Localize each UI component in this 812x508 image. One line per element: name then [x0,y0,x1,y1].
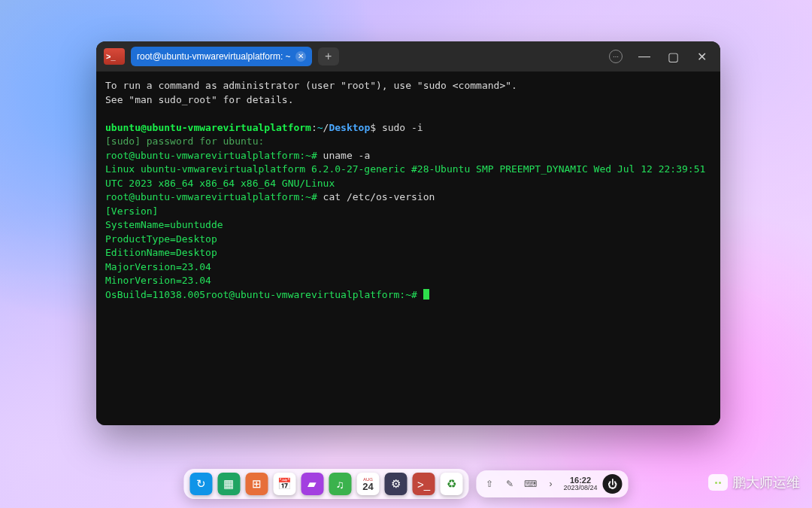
dock-item-terminal[interactable]: >_ [412,473,435,495]
tab-close-icon[interactable]: ✕ [295,51,306,62]
prompt-sym: $ [370,122,376,133]
tab-title: root@ubuntu-vmwarevirtualplatform: ~ [137,51,291,62]
sudo-prompt: [sudo] password for ubuntu: [105,135,264,147]
dock: ↻▦⊞📅▰♫AUG24⚙>_♻ [183,469,468,499]
tray-expand-icon[interactable]: › [543,476,558,491]
tray-up-icon[interactable]: ⇧ [482,476,497,491]
osver-7a: OsBuild=11038.005 [105,289,205,300]
root-prompt-3: root@ubuntu-vmwarevirtualplatform:~# [205,289,423,300]
terminal-window: >_ root@ubuntu-vmwarevirtualplatform: ~ … [96,41,720,425]
tray-clock[interactable]: 16:22 2023/08/24 [563,476,597,492]
menu-icon: ⋯ [609,50,623,63]
osver-3: ProductType=Desktop [105,233,217,245]
terminal-tab-active[interactable]: root@ubuntu-vmwarevirtualplatform: ~ ✕ [131,47,312,66]
dock-area: ↻▦⊞📅▰♫AUG24⚙>_♻ ⇧ ✎ ⌨ › 16:22 2023/08/24… [183,469,628,499]
osver-4: EditionName=Desktop [105,247,217,258]
dock-item-calendar[interactable]: 📅 [273,473,295,495]
command-cat: cat /etc/os-version [323,191,435,202]
window-titlebar[interactable]: >_ root@ubuntu-vmwarevirtualplatform: ~ … [96,41,720,71]
wechat-icon [708,474,728,491]
osver-6: MinorVersion=23.04 [105,275,211,286]
watermark-text: 鹏大师运维 [732,473,800,491]
dock-item-apps[interactable]: ⊞ [245,473,268,495]
terminal-cursor [423,289,429,300]
prompt-desktop: Desktop [329,122,370,133]
tray-keyboard-icon[interactable]: ⌨ [523,476,538,491]
terminal-app-icon: >_ [104,48,125,65]
prompt-user: ubuntu@ubuntu-vmwarevirtualplatform [105,122,311,133]
dock-item-spreadsheet[interactable]: ▦ [217,473,240,495]
dock-item-photos[interactable]: ▰ [301,473,323,495]
osver-5: MajorVersion=23.04 [105,261,211,272]
prompt-tilde: ~ [317,122,323,133]
window-close-button[interactable]: ✕ [690,45,713,68]
command-uname: uname -a [323,150,371,161]
new-tab-button[interactable]: + [318,47,339,65]
maximize-icon: ▢ [668,50,679,64]
dock-item-trash[interactable]: ♻ [440,473,462,495]
prompt-sep: : [311,122,317,133]
close-icon: ✕ [697,50,707,64]
root-prompt-1: root@ubuntu-vmwarevirtualplatform [105,150,299,161]
minimize-icon: — [638,50,650,63]
command-sudo: sudo -i [382,122,423,133]
dock-item-settings[interactable]: ⚙ [384,473,407,495]
root-sep-2: : [299,191,305,202]
motd-line-2: See "man sudo_root" for details. [105,94,293,105]
window-minimize-button[interactable]: — [633,45,656,68]
terminal-body[interactable]: To run a command as administrator (user … [96,71,720,425]
root-sep-1: : [299,150,305,161]
tray-pin-icon[interactable]: ✎ [502,476,517,491]
tray-date: 2023/08/24 [563,485,597,492]
uname-output: Linux ubuntu-vmwarevirtualplatform 6.2.0… [105,163,711,189]
watermark: 鹏大师运维 [708,473,800,491]
dock-item-music[interactable]: ♫ [329,473,351,495]
window-maximize-button[interactable]: ▢ [662,45,684,68]
dock-item-connect[interactable]: ↻ [189,473,212,495]
osver-1: [Version] [105,205,158,217]
root-prompt-2: root@ubuntu-vmwarevirtualplatform [105,191,299,202]
power-button[interactable]: ⏻ [603,474,623,494]
osver-2: SystemName=ubuntudde [105,219,223,230]
dock-item-date[interactable]: AUG24 [356,473,379,495]
motd-line-1: To run a command as administrator (user … [105,80,517,91]
root-path-1: ~# [305,150,317,161]
window-menu-button[interactable]: ⋯ [604,45,627,68]
system-tray: ⇧ ✎ ⌨ › 16:22 2023/08/24 ⏻ [476,470,628,497]
root-path-2: ~# [305,191,317,202]
